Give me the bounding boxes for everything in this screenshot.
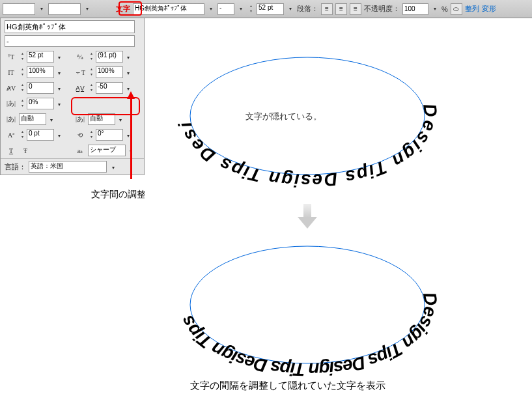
- transform-button[interactable]: 変形: [482, 4, 496, 14]
- curved-text-after: Design Tips Design Tips Design Tips Desi…: [164, 227, 451, 383]
- vscale-icon: IT: [5, 67, 18, 77]
- hidden-text-label: 文字が隠れている。: [245, 111, 322, 122]
- baseline-icon: |あ|: [5, 98, 18, 109]
- character-panel: HG創英角ﾎﾟｯﾌﾟ体 - ᵀT ▴▾ 52 pt ᴬ⁄ₐ ▴▾ (91 pt)…: [0, 18, 145, 175]
- align-center-icon[interactable]: ≡: [335, 3, 347, 15]
- toolbar-left-select[interactable]: [3, 3, 35, 15]
- font-size-select[interactable]: 52 pt: [257, 3, 284, 15]
- transition-arrow-icon: [298, 204, 317, 230]
- dropdown-icon[interactable]: [55, 131, 63, 139]
- kerning-icon: A̷V: [5, 83, 18, 93]
- language-label: 言語：: [5, 162, 26, 172]
- dropdown-icon[interactable]: [55, 68, 63, 76]
- align-left-icon[interactable]: ≡: [321, 3, 333, 15]
- auto-input2[interactable]: 自動: [88, 113, 115, 125]
- annotation-result: 文字の間隔を調整して隠れていた文字を表示: [190, 380, 385, 392]
- rotation-input[interactable]: 0°: [96, 129, 123, 141]
- canvas-area: Design Tips Design Tips Design Tips Desi…: [145, 18, 532, 394]
- dropdown-icon[interactable]: [124, 68, 132, 76]
- dropdown-icon[interactable]: [237, 4, 245, 14]
- leading-icon: ᴬ⁄ₐ: [74, 51, 87, 62]
- dropdown-icon[interactable]: [55, 84, 63, 92]
- font-size-input[interactable]: 52 pt: [27, 51, 54, 63]
- tracking-input[interactable]: -50: [96, 82, 123, 94]
- size-spinner[interactable]: ▴▾: [247, 4, 254, 14]
- spinner[interactable]: ▴▾: [88, 130, 94, 140]
- auto-icon2: |あ|: [74, 114, 87, 124]
- red-arrow: [130, 98, 132, 179]
- dropdown-icon[interactable]: [83, 4, 91, 14]
- align-button[interactable]: 整列: [465, 4, 479, 14]
- t-strike-icon: Ŧ: [19, 145, 32, 156]
- t-caps-icon: T: [5, 145, 18, 156]
- dropdown-icon[interactable]: [287, 4, 294, 14]
- kerning-input[interactable]: 0: [27, 82, 54, 94]
- dropdown-icon[interactable]: [55, 53, 63, 61]
- character-tab-label[interactable]: 文字: [116, 4, 130, 14]
- spinner[interactable]: ▴▾: [19, 67, 25, 77]
- baseline-input[interactable]: 0%: [27, 98, 54, 109]
- auto-input1[interactable]: 自動: [19, 113, 46, 125]
- font-size-icon: ᵀT: [5, 51, 18, 62]
- svg-text:Design Tips Design Tips Design: Design Tips Design Tips Design Tips Desi…: [158, 210, 441, 380]
- dropdown-icon[interactable]: [124, 53, 132, 61]
- dropdown-icon[interactable]: [38, 4, 46, 14]
- auto-icon1: |あ|: [5, 114, 18, 124]
- dropdown-icon[interactable]: [431, 4, 439, 14]
- opacity-input[interactable]: [402, 3, 428, 15]
- spinner[interactable]: ▴▾: [19, 51, 25, 62]
- spinner[interactable]: ▴▾: [19, 83, 25, 93]
- opacity-label: 不透明度：: [364, 4, 400, 14]
- dropdown-icon[interactable]: [48, 115, 55, 123]
- hscale-icon: ⫟T: [74, 67, 87, 77]
- dropdown-icon[interactable]: [109, 163, 117, 171]
- spinner[interactable]: ▴▾: [88, 51, 94, 62]
- panel-font-style[interactable]: -: [5, 35, 135, 47]
- tracking-icon: A̲V̲: [74, 83, 87, 93]
- paragraph-label: 段落：: [297, 4, 318, 14]
- top-toolbar: 文字 HG創英角ﾎﾟｯﾌﾟ体 - ▴▾ 52 pt 段落： ≡ ≡ ≡ 不透明度…: [0, 0, 532, 18]
- dropdown-icon[interactable]: [207, 4, 215, 14]
- opacity-unit: %: [441, 5, 448, 13]
- aa-method[interactable]: シャープ: [88, 145, 126, 156]
- spinner[interactable]: ▴▾: [88, 67, 94, 77]
- shift-icon: Aª: [5, 130, 18, 140]
- vscale-input[interactable]: 100%: [27, 66, 54, 78]
- font-family-select[interactable]: HG創英角ﾎﾟｯﾌﾟ体: [133, 3, 204, 15]
- toolbar-left-select2[interactable]: [48, 3, 81, 15]
- annotation-kerning: 文字間の調整: [91, 189, 146, 201]
- font-style-select[interactable]: -: [217, 3, 234, 15]
- rotation-icon: ⟲: [74, 130, 87, 140]
- language-select[interactable]: 英語：米国: [29, 161, 107, 173]
- leading-input[interactable]: (91 pt): [96, 51, 123, 63]
- spinner[interactable]: ▴▾: [19, 130, 25, 140]
- panel-font-family[interactable]: HG創英角ﾎﾟｯﾌﾟ体: [5, 20, 135, 33]
- dropdown-icon[interactable]: [55, 100, 63, 107]
- shift-input[interactable]: 0 pt: [27, 129, 54, 141]
- align-right-icon[interactable]: ≡: [350, 3, 361, 15]
- spinner[interactable]: ▴▾: [19, 98, 25, 109]
- svg-text:Design Tips Design Tips Design: Design Tips Design Tips Design Tips Desi…: [157, 21, 441, 191]
- hscale-input[interactable]: 100%: [96, 66, 123, 78]
- dropdown-icon[interactable]: [117, 115, 124, 123]
- aa-icon: aₐ: [74, 145, 87, 156]
- link-icon[interactable]: ⬭: [451, 3, 462, 15]
- spinner[interactable]: ▴▾: [88, 83, 94, 93]
